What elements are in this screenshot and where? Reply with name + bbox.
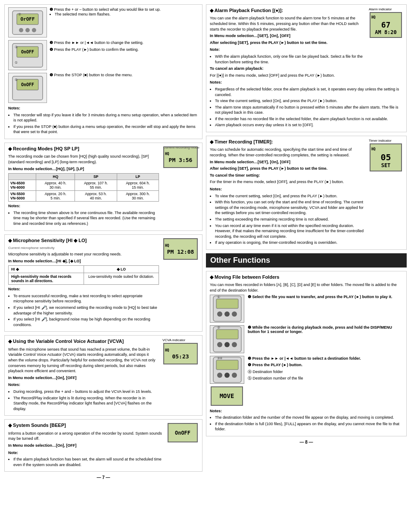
move-step4a: ⓐ Destination folder [248,369,403,375]
beep-display: OnOFF [167,422,199,469]
other-functions-title: Other Functions [210,256,270,264]
hi-label: HI ◆ [9,266,84,273]
timer-cancel-title: To cancel the timer setting: [210,173,365,178]
timer-note1: To view the current setting, select [On]… [215,193,365,199]
svg-text:OrOFF: OrOFF [20,16,34,22]
move-step4b: ⓑ Destination number of the file [248,376,403,381]
alarm-cancel-title: To cancel an alarm playback: [210,66,403,72]
model-1: VN-6500VN-6000 [9,180,36,191]
svg-text:③④: ③④ [217,357,222,360]
table-row: VN-5500VN-5000 Approx. 20 h.5 min. Appro… [9,191,159,202]
timer-desc: You can schedule for automatic recording… [210,147,365,158]
timer-title: ◆ Timer Recording [TIMER]: [210,139,365,145]
move-step3-image: ③④ [210,356,244,384]
alarm-menu-label: In Menu mode selection…[SET], [On], [OFF… [210,33,365,39]
beep-note-label: Note: [8,450,163,456]
vcva-note2: The Record/Play indicator light is lit d… [13,395,159,412]
recording-display-box: HQ PM 3:56 [163,146,198,168]
alarm-cancel-note1: Regardless of the selected folder, once … [215,87,403,97]
top-note2: If you press the STOP (■) button during … [13,124,199,135]
move-step2-text: ❷ While the recorder is during playback … [248,325,403,334]
table-row: VN-6500VN-6000 Approx. 40 h.30 min. Appr… [9,180,159,191]
step2-sub: The selected menu item flashes. [55,12,199,17]
mic-note2: If you select [HI 🎤], we recommend setti… [13,305,159,316]
alarm-cancel-note2: To view the current setting, select [On]… [215,98,403,104]
mic-table: HI ◆ ◆ LO High-sensitivity mode that rec… [8,265,159,285]
move-display: MOVE [220,392,234,399]
mic-text: ◆ Microphone Sensitivity [HI ◆ LO] Curre… [8,237,159,329]
step2-content: Press the + or – button to select what y… [54,7,161,12]
recording-modes-content: ◆ Recording Modes [HQ SP LP] The recordi… [8,146,199,228]
mic-note1: To ensure successful recording, make a t… [13,293,159,304]
right-page-num: — 8 — [206,440,407,445]
svg-point-19 [224,311,230,317]
recording-modes-menu: In Menu mode selection…[HQ], [SP], [LP] [8,166,159,172]
move-step2-content: ❷ While the recorder is during playback … [248,325,392,334]
vcva-text: ◆ Using the Variable Control Voice Actua… [8,338,159,413]
beep-display-box: OnOFF [168,423,198,442]
alarm-indicator-label: Alarm indicator [369,7,403,11]
mic-current-label: Current microphone sensitivity [8,246,159,250]
timer-note3: The setting exceeding the remaining reco… [215,217,365,222]
alarm-display-line1: 67 [381,20,391,29]
step5-content: Press the STOP (■) button to close the m… [54,73,133,77]
lp-2: Approx. 300 h.30 min. [117,191,159,202]
alarm-title: ◆ Alarm Playback Function [(●)]: [210,7,365,14]
table-header-model [9,174,36,180]
move-display-box: MOVE [211,386,243,406]
left-page-num: — 7 — [4,475,202,480]
top-steps-notes: Notes: The recorder will stop if you lea… [8,106,199,135]
recording-note1: The recording time shown above is for on… [13,210,159,227]
move-step4-content: ❹ Press the PLAY (►) button. [248,362,403,368]
svg-text:OnOFF: OnOFF [21,82,34,87]
timer-display-block: Timer indicator HQ 05 SET [369,139,403,247]
move-steps-container: ① ❶ Select the file you want to transfer… [210,295,403,407]
svg-point-25 [224,342,230,347]
timer-section: ◆ Timer Recording [TIMER]: You can sched… [206,136,407,250]
step2-text: ❷ Press the + or – button to select what… [50,7,199,37]
svg-text:OnOFF: OnOFF [21,50,34,54]
hq-2: Approx. 20 h.5 min. [36,191,75,202]
alarm-section: ◆ Alarm Playback Function [(●)]: You can… [206,4,407,132]
timer-cancel-desc: For the timer in the menu mode, select [… [210,179,365,185]
step5-text: ❺ Press the STOP (■) button to close the… [50,73,199,103]
mic-notes-label: Notes: [8,286,159,292]
timer-after-set: After selecting [SET], press the PLAY (►… [210,166,365,171]
vcva-note1: During recording, press the + and – butt… [13,389,159,395]
svg-point-4 [25,28,30,32]
alarm-note-label: Note: [210,47,365,53]
move-step2-image: ② [210,325,244,353]
timer-display-line2: SET [381,162,391,168]
svg-point-30 [217,373,222,378]
step3-block: OnOFF ③ ① ❸ Press the ►► or |◄◄ button t… [8,40,199,70]
step5-label: ❺ [50,73,54,77]
alarm-cancel-note5: Alarm playback occurs every day unless i… [215,122,403,128]
recording-notes-label: Notes: [8,203,159,209]
svg-point-5 [32,28,36,32]
page: OrOFF ② ❷ Press the + or – button to sel… [0,0,411,532]
alarm-display-line2: AM 8:20 [375,29,397,35]
moving-file-desc: You can move files recorded in folders [… [210,282,403,293]
svg-text:⑤: ⑤ [15,78,18,82]
svg-text:①: ① [15,61,18,65]
svg-point-24 [217,342,222,347]
top-notes-label: Notes: [8,106,199,111]
step2-image: OrOFF ② [8,7,47,37]
timer-display-line1: 05 [380,152,391,162]
alarm-header-row: ◆ Alarm Playback Function [(●)]: You can… [210,7,403,66]
top-steps-section: OrOFF ② ❷ Press the + or – button to sel… [4,4,202,139]
timer-notes-label: Notes: [210,187,365,192]
mic-menu-label: In Menu mode selection…[HI ◆], [◆ LO] [8,258,159,264]
moving-note1: The destination folder and the number of… [215,415,403,420]
move-step34-images: ③④ MOVE [210,356,244,407]
timer-note2: With this function, you can set only the… [215,199,365,216]
lp-1: Approx. 604 h.15 min. [117,180,159,191]
top-note1: The recorder will stop if you leave it i… [13,112,199,123]
beep-menu-label: In Menu mode selection…[On], [OFF] [8,443,163,448]
recording-modes-text: ◆ Recording Modes [HQ SP LP] The recordi… [8,146,159,228]
step2-label: ❷ [50,7,54,12]
moving-file-title: ◆ Moving File between Folders [210,274,403,280]
beep-text: ◆ System Sounds [BEEP] Informs a button … [8,422,163,469]
left-column: OrOFF ② ❷ Press the + or – button to sel… [4,4,202,528]
vcva-display-box: HQ 05:23 [163,343,198,364]
